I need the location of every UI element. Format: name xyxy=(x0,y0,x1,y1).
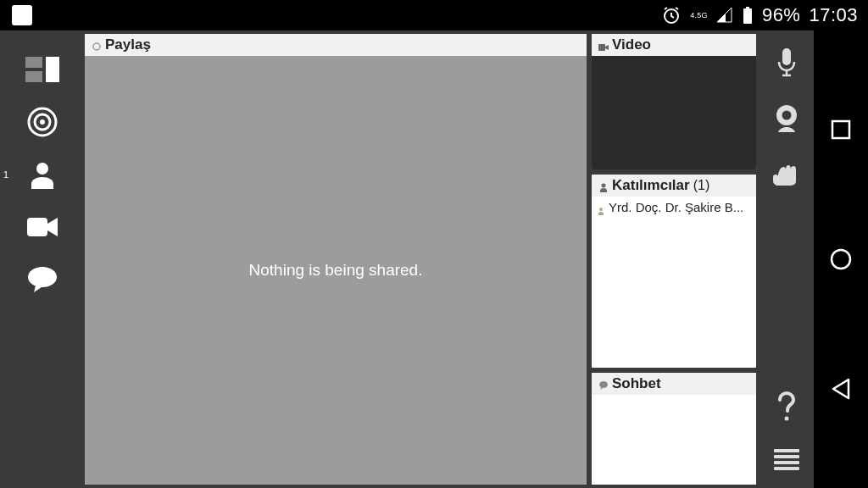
svg-point-8 xyxy=(40,119,45,125)
svg-point-9 xyxy=(36,163,48,175)
participants-panel: Katılımcılar (1) Yrd. Doç. Dr. Şakire B.… xyxy=(592,175,756,368)
svg-point-19 xyxy=(782,111,792,120)
nav-back-button[interactable] xyxy=(827,375,854,402)
participant-row[interactable]: Yrd. Doç. Dr. Şakire B... xyxy=(597,200,751,214)
share-title-text: Paylaş xyxy=(105,36,151,53)
participants-badge: 1 xyxy=(3,169,8,180)
square-icon xyxy=(830,119,852,141)
chat-panel-title: Sohbet xyxy=(592,373,756,395)
chat-small-icon xyxy=(598,379,609,389)
question-icon xyxy=(776,391,797,422)
menu-icon xyxy=(774,447,799,471)
back-triangle-icon xyxy=(830,377,852,401)
chat-body[interactable] xyxy=(592,395,756,485)
participants-panel-title: Katılımcılar (1) xyxy=(592,175,756,197)
clock: 17:03 xyxy=(809,4,858,26)
chat-title-text: Sohbet xyxy=(612,375,661,392)
svg-point-16 xyxy=(599,381,608,388)
right-toolbar xyxy=(760,30,814,488)
videocam-small-icon xyxy=(598,40,609,50)
participants-count: (1) xyxy=(693,178,710,193)
menu-button[interactable] xyxy=(770,442,804,476)
svg-point-11 xyxy=(28,267,57,287)
circle-icon xyxy=(829,247,853,271)
hand-icon xyxy=(771,160,802,189)
sidebar-item-participants[interactable] xyxy=(19,156,66,193)
webcam-icon xyxy=(772,103,801,134)
raise-hand-button[interactable] xyxy=(770,158,804,191)
android-nav-bar xyxy=(814,30,868,488)
svg-rect-1 xyxy=(743,8,752,24)
participants-body: Yrd. Doç. Dr. Şakire B... xyxy=(592,197,756,368)
help-button[interactable] xyxy=(770,390,804,424)
share-body: Nothing is being shared. xyxy=(85,56,587,485)
dot-icon xyxy=(92,40,102,50)
svg-point-15 xyxy=(599,208,603,211)
participants-title-text: Katılımcılar xyxy=(612,177,690,194)
svg-rect-2 xyxy=(746,7,749,8)
person-small-icon xyxy=(598,180,609,191)
mic-button[interactable] xyxy=(770,46,804,80)
sidebar-item-target[interactable] xyxy=(19,103,66,141)
nav-home-button[interactable] xyxy=(827,246,854,273)
nav-recent-button[interactable] xyxy=(827,116,854,143)
svg-rect-17 xyxy=(782,48,791,65)
alarm-icon xyxy=(661,5,682,25)
chat-icon xyxy=(27,266,58,293)
svg-point-20 xyxy=(785,417,789,421)
person-icon xyxy=(28,160,57,189)
svg-rect-24 xyxy=(774,467,799,470)
chat-panel: Sohbet xyxy=(592,373,756,485)
left-sidebar: 1 xyxy=(0,30,85,488)
target-icon xyxy=(26,106,58,138)
sidebar-item-chat[interactable] xyxy=(19,261,66,298)
share-panel-title: Paylaş xyxy=(85,34,587,56)
svg-rect-3 xyxy=(25,57,42,68)
battery-percent: 96% xyxy=(762,4,801,26)
svg-rect-13 xyxy=(598,44,605,51)
sidebar-item-camera[interactable] xyxy=(19,208,66,246)
svg-rect-23 xyxy=(774,461,799,464)
app-indicator-square xyxy=(12,5,32,25)
share-panel: Paylaş Nothing is being shared. xyxy=(85,34,587,485)
network-type-label: 4.5G xyxy=(690,11,708,19)
content-grid: Paylaş Nothing is being shared. Video xyxy=(85,30,760,488)
svg-point-26 xyxy=(832,250,850,269)
participant-name: Yrd. Doç. Dr. Şakire B... xyxy=(609,200,743,214)
participant-small-icon xyxy=(597,203,605,212)
svg-rect-5 xyxy=(46,57,59,82)
webcam-button[interactable] xyxy=(770,102,804,136)
layout-icon xyxy=(25,57,59,82)
video-title-text: Video xyxy=(612,36,651,53)
video-panel: Video xyxy=(592,34,756,169)
svg-rect-22 xyxy=(774,455,799,458)
svg-rect-10 xyxy=(27,218,47,236)
sidebar-item-layout[interactable] xyxy=(19,51,66,88)
svg-point-14 xyxy=(602,184,606,188)
battery-icon xyxy=(742,6,754,25)
svg-point-12 xyxy=(93,43,100,50)
svg-rect-25 xyxy=(832,121,849,138)
camera-icon xyxy=(27,216,58,238)
svg-rect-21 xyxy=(774,449,799,452)
android-status-bar: 4.5G 96% 17:03 xyxy=(0,0,868,30)
video-panel-title: Video xyxy=(592,34,756,56)
share-empty-text: Nothing is being shared. xyxy=(249,261,423,280)
svg-rect-4 xyxy=(25,71,42,82)
mic-icon xyxy=(774,47,799,79)
video-body xyxy=(592,56,756,169)
signal-icon xyxy=(716,7,733,24)
